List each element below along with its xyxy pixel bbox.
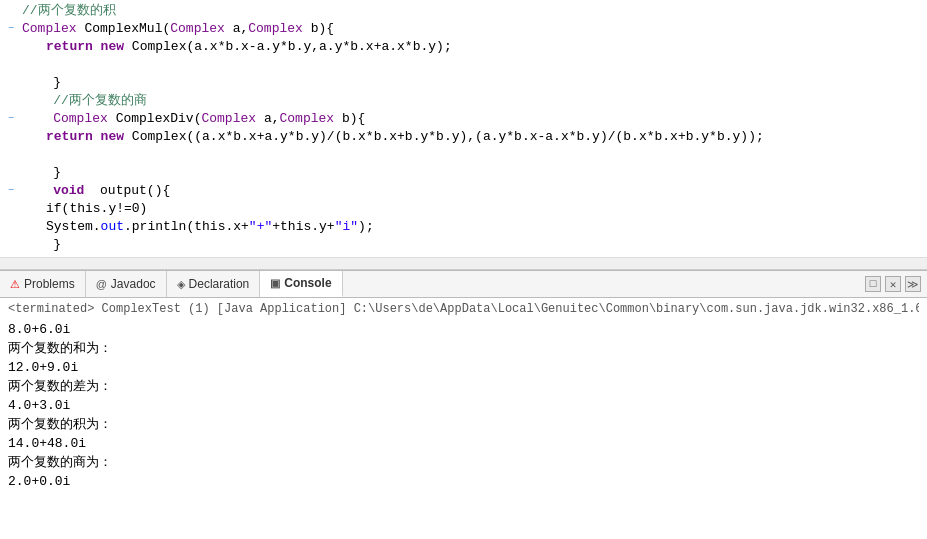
tab-console-label: Console <box>284 276 331 290</box>
fold-icon[interactable] <box>8 2 20 20</box>
code-container: //两个复数的积 − Complex ComplexMul(Complex a,… <box>0 0 927 269</box>
code-line: } <box>8 164 919 182</box>
fold-icon <box>8 200 20 218</box>
console-line-7: 14.0+48.0i <box>8 434 919 453</box>
console-header: <terminated> ComplexTest (1) [Java Appli… <box>8 302 919 316</box>
code-line: //两个复数的商 <box>8 92 919 110</box>
code-text: output(){ <box>84 182 170 200</box>
console-header-text: <terminated> ComplexTest (1) [Java Appli… <box>8 302 919 316</box>
tab-problems-label: Problems <box>24 277 75 291</box>
tab-console[interactable]: ▣ Console <box>260 271 342 297</box>
code-text: .println(this.x+ <box>124 218 249 236</box>
code-line: return new Complex(a.x*b.x-a.y*b.y,a.y*b… <box>8 38 919 56</box>
code-text: Complex <box>201 110 256 128</box>
code-text: System. <box>46 218 101 236</box>
tab-problems[interactable]: ⚠ Problems <box>0 271 86 297</box>
console-line-8: 两个复数的商为： <box>8 453 919 472</box>
code-text: a, <box>225 20 248 38</box>
fold-minus-icon[interactable]: − <box>8 20 20 38</box>
code-line: − Complex ComplexMul(Complex a,Complex b… <box>8 20 919 38</box>
code-text: void <box>53 182 84 200</box>
editor-area: //两个复数的积 − Complex ComplexMul(Complex a,… <box>0 0 927 270</box>
console-line-3: 12.0+9.0i <box>8 358 919 377</box>
fold-icon <box>8 56 20 74</box>
code-text: new <box>101 38 132 56</box>
code-line: − Complex ComplexDiv(Complex a,Complex b… <box>8 110 919 128</box>
code-text: Complex <box>248 20 303 38</box>
code-text: +this.y+ <box>272 218 334 236</box>
close-button[interactable]: ✕ <box>885 276 901 292</box>
code-line: − void output(){ <box>8 182 919 200</box>
code-text: Complex((a.x*b.x+a.y*b.y)/(b.x*b.x+b.y*b… <box>132 128 764 146</box>
code-text: ); <box>358 218 374 236</box>
menu-button[interactable]: ≫ <box>905 276 921 292</box>
tab-declaration[interactable]: ◈ Declaration <box>167 271 261 297</box>
console-line-1: 8.0+6.0i <box>8 320 919 339</box>
console-line-4: 两个复数的差为： <box>8 377 919 396</box>
horizontal-scrollbar[interactable] <box>0 257 927 269</box>
console-line-6: 两个复数的积为： <box>8 415 919 434</box>
tab-declaration-label: Declaration <box>189 277 250 291</box>
code-text: Complex <box>170 20 225 38</box>
code-line: //两个复数的积 <box>8 2 919 20</box>
code-text: "i" <box>335 218 358 236</box>
code-line: if(this.y!=0) <box>8 200 919 218</box>
code-line: System.out.println(this.x+"+"+this.y+"i"… <box>8 218 919 236</box>
code-line <box>8 56 919 74</box>
code-line: } <box>8 236 919 254</box>
console-line-5: 4.0+3.0i <box>8 396 919 415</box>
menu-icon: ≫ <box>907 278 919 291</box>
code-text: } <box>22 164 61 182</box>
code-text: new <box>101 128 132 146</box>
code-text: Complex <box>279 110 334 128</box>
console-line-9: 2.0+0.0i <box>8 472 919 491</box>
fold-icon <box>8 92 20 110</box>
code-line: } <box>8 74 919 92</box>
console-icon: ▣ <box>270 277 280 290</box>
tab-javadoc[interactable]: @ Javadoc <box>86 271 167 297</box>
code-text: return <box>46 128 101 146</box>
code-text: } <box>22 236 61 254</box>
declaration-icon: ◈ <box>177 278 185 291</box>
code-content[interactable]: //两个复数的积 − Complex ComplexMul(Complex a,… <box>0 0 927 269</box>
console-line-2: 两个复数的和为： <box>8 339 919 358</box>
code-text: ComplexMul( <box>84 20 170 38</box>
fold-icon <box>8 38 20 56</box>
fold-icon <box>8 74 20 92</box>
code-text: "+" <box>249 218 272 236</box>
code-text: a, <box>256 110 279 128</box>
fold-minus-icon[interactable]: − <box>8 182 20 200</box>
fold-icon <box>8 146 20 164</box>
javadoc-icon: @ <box>96 278 107 290</box>
code-line: return new Complex((a.x*b.x+a.y*b.y)/(b.… <box>8 128 919 146</box>
fold-minus-icon[interactable]: − <box>8 110 20 128</box>
tab-javadoc-label: Javadoc <box>111 277 156 291</box>
code-line <box>8 146 919 164</box>
code-text: out <box>101 218 124 236</box>
fold-icon <box>8 218 20 236</box>
code-text: ComplexDiv( <box>116 110 202 128</box>
fold-icon <box>8 164 20 182</box>
fold-icon <box>8 128 20 146</box>
fold-icon <box>8 236 20 254</box>
code-text <box>22 110 53 128</box>
problems-icon: ⚠ <box>10 278 20 291</box>
code-text <box>22 182 53 200</box>
code-text: Complex(a.x*b.x-a.y*b.y,a.y*b.x+a.x*b.y)… <box>132 38 452 56</box>
console-area[interactable]: <terminated> ComplexTest (1) [Java Appli… <box>0 298 927 539</box>
tab-actions: □ ✕ ≫ <box>865 276 927 292</box>
code-text: b){ <box>303 20 334 38</box>
code-text: //两个复数的商 <box>22 92 147 110</box>
tab-bar: ⚠ Problems @ Javadoc ◈ Declaration ▣ Con… <box>0 270 927 298</box>
code-text: Complex <box>22 20 84 38</box>
minimize-icon: □ <box>870 278 877 290</box>
code-text: Complex <box>53 110 115 128</box>
minimize-button[interactable]: □ <box>865 276 881 292</box>
code-text: return <box>46 38 101 56</box>
code-text: } <box>22 74 61 92</box>
close-icon: ✕ <box>890 278 897 291</box>
code-text: //两个复数的积 <box>22 2 116 20</box>
code-text: if(this.y!=0) <box>46 200 147 218</box>
code-text: b){ <box>334 110 365 128</box>
